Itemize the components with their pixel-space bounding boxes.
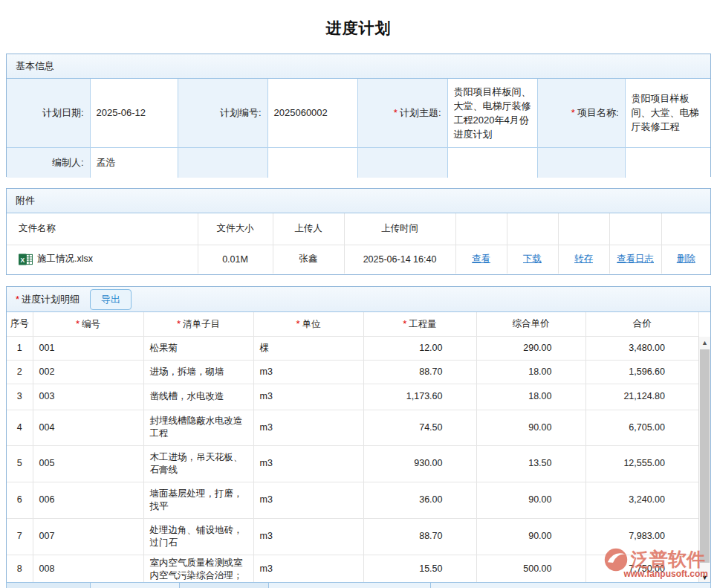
empty-cell <box>537 147 625 178</box>
col-action-empty <box>558 213 609 245</box>
seq-cell: 4 <box>7 410 33 445</box>
col-item: *清单子目 <box>143 312 253 336</box>
unit-cell: m3 <box>253 410 363 445</box>
unit-cell: m3 <box>253 555 363 582</box>
col-seq: 序号 <box>7 312 33 336</box>
required-mark: * <box>16 294 19 305</box>
code-cell: 005 <box>33 445 143 482</box>
author-value: 孟浩 <box>90 147 178 178</box>
total-price-cell: 1,596.60 <box>585 360 699 384</box>
seq-cell: 3 <box>7 384 33 410</box>
col-unit: *单位 <box>253 312 363 336</box>
table-row: 3 003 凿线槽，水电改造 m3 1,173.60 18.00 21,124.… <box>7 384 699 410</box>
seq-cell: 7 <box>7 518 33 555</box>
page-title: 进度计划 <box>0 18 717 39</box>
basic-info-table: 计划日期: 2025-06-12 计划编号: 2025060002 *计划主题:… <box>7 79 710 178</box>
basic-info-panel: 基本信息 计划日期: 2025-06-12 计划编号: 2025060002 *… <box>6 54 711 177</box>
upload-time: 2025-06-14 16:40 <box>344 245 455 274</box>
code-cell: 001 <box>33 336 143 360</box>
quantity-cell: 1,173.60 <box>363 384 476 410</box>
vertical-scrollbar[interactable]: ▲ ▼ <box>698 337 710 582</box>
attachments-table: 文件名称 文件大小 上传人 上传时间 X <box>7 213 710 274</box>
quantity-cell: 36.00 <box>363 482 476 518</box>
basic-info-section-header: 基本信息 <box>7 54 710 79</box>
attachments-panel: 附件 文件名称 文件大小 上传人 上传时间 X <box>6 188 711 275</box>
empty-cell <box>625 147 710 178</box>
table-row: 7 007 处理边角、铺设地砖，过门石 m3 88.70 90.00 7,983… <box>7 518 699 555</box>
export-button[interactable]: 导出 <box>90 289 132 310</box>
unit-cell: m3 <box>253 360 363 384</box>
download-link[interactable]: 下载 <box>523 253 542 264</box>
empty-cell <box>447 147 537 178</box>
required-mark: * <box>571 107 575 118</box>
project-name-label-text: 项目名称: <box>577 107 619 118</box>
item-cell: 封埋线槽隐蔽水电改造工程 <box>143 410 253 445</box>
col-quantity: *工程量 <box>363 312 476 336</box>
transfer-link[interactable]: 转存 <box>574 253 593 264</box>
author-label: 编制人: <box>7 147 90 178</box>
cutoff-next-section <box>6 582 711 588</box>
scroll-down-arrow-icon[interactable]: ▼ <box>699 572 710 582</box>
project-name-value: 贵阳项目样板间、大堂、电梯厅装修工程 <box>625 79 710 147</box>
total-price-cell: 7,983.00 <box>585 518 699 555</box>
col-total-price: 合价 <box>585 312 699 336</box>
quantity-cell: 930.00 <box>363 445 476 482</box>
code-cell: 008 <box>33 555 143 582</box>
svg-text:X: X <box>20 256 25 264</box>
table-row: 4 004 封埋线槽隐蔽水电改造工程 m3 74.50 90.00 6,705.… <box>7 410 699 445</box>
project-name-label: *项目名称: <box>537 79 625 147</box>
item-cell: 凿线槽，水电改造 <box>143 384 253 410</box>
attachment-row: X 施工情况.xlsx 0.01M 张鑫 2025-06-14 16:40 查看… <box>7 245 710 274</box>
quantity-cell: 88.70 <box>363 360 476 384</box>
code-cell: 002 <box>33 360 143 384</box>
unit-price-cell: 90.00 <box>476 482 585 518</box>
delete-link[interactable]: 删除 <box>677 253 695 264</box>
total-price-cell: 3,480.00 <box>585 336 699 360</box>
item-cell: 处理边角、铺设地砖，过门石 <box>143 518 253 555</box>
quantity-cell: 74.50 <box>363 410 476 445</box>
detail-table: 序号 *编号 *清单子目 *单位 *工程量 综合单价 合价 1 001 松果菊 … <box>7 312 699 582</box>
col-unit-price: 综合单价 <box>476 312 585 336</box>
scroll-up-arrow-icon[interactable]: ▲ <box>699 337 710 348</box>
table-row: 8 008 室内空气质量检测或室内空气污染综合治理； m3 15.50 500.… <box>7 555 699 582</box>
seq-cell: 5 <box>7 445 33 482</box>
detail-section-title: 进度计划明细 <box>22 293 80 306</box>
empty-cell <box>357 147 447 178</box>
attachments-section-title: 附件 <box>16 194 35 207</box>
code-cell: 004 <box>33 410 143 445</box>
scrollbar-thumb[interactable] <box>700 349 710 563</box>
view-log-link[interactable]: 查看日志 <box>617 253 654 264</box>
seq-cell: 6 <box>7 482 33 518</box>
total-price-cell: 7,750.00 <box>585 555 699 582</box>
required-mark: * <box>394 107 398 118</box>
total-price-cell: 6,705.00 <box>585 410 699 445</box>
table-row: 1 001 松果菊 棵 12.00 290.00 3,480.00 <box>7 336 699 360</box>
unit-price-cell: 13.50 <box>476 445 585 482</box>
plan-no-label: 计划编号: <box>178 79 267 147</box>
quantity-cell: 15.50 <box>363 555 476 582</box>
quantity-cell: 88.70 <box>363 518 476 555</box>
item-cell: 室内空气质量检测或室内空气污染综合治理； <box>143 555 253 582</box>
unit-cell: m3 <box>253 384 363 410</box>
col-upload-time: 上传时间 <box>344 213 455 245</box>
total-price-cell: 3,240.00 <box>585 482 699 518</box>
unit-cell: m3 <box>253 482 363 518</box>
unit-cell: m3 <box>253 445 363 482</box>
item-cell: 松果菊 <box>143 336 253 360</box>
code-cell: 007 <box>33 518 143 555</box>
file-name: 施工情况.xlsx <box>37 253 93 265</box>
seq-cell: 8 <box>7 555 33 582</box>
col-uploader: 上传人 <box>273 213 344 245</box>
view-link[interactable]: 查看 <box>472 253 490 264</box>
file-name-cell: X 施工情况.xlsx <box>7 245 198 274</box>
total-price-cell: 12,555.00 <box>585 445 699 482</box>
plan-subject-label: *计划主题: <box>357 79 447 147</box>
table-row: 5 005 木工进场，吊天花板、石膏线 m3 930.00 13.50 12,5… <box>7 445 699 482</box>
file-size: 0.01M <box>198 245 273 274</box>
unit-cell: m3 <box>253 518 363 555</box>
table-row: 6 006 墙面基层处理，打磨，找平 m3 36.00 90.00 3,240.… <box>7 482 699 518</box>
plan-subject-value: 贵阳项目样板间、大堂、电梯厅装修工程2020年4月份进度计划 <box>447 79 537 147</box>
plan-no-value: 2025060002 <box>267 79 357 147</box>
col-code: *编号 <box>33 312 143 336</box>
detail-panel: * 进度计划明细 导出 序号 *编号 *清单子目 *单位 *工程量 综合单价 合… <box>6 286 711 582</box>
